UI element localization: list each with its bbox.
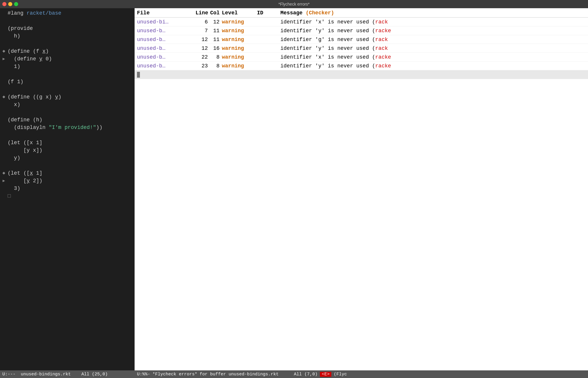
maximize-button[interactable]: [14, 2, 18, 6]
error-row-2[interactable]: unused-b… 7 11 warning identifier 'y' is…: [135, 26, 588, 35]
line-content-18: (let ([x 1]: [8, 139, 42, 147]
code-line-15: (define (h): [0, 116, 134, 124]
statusbar-container: U:--- unused-bindings.rkt All (25,0) U:%…: [0, 370, 588, 378]
status-e-badge: <E>: [320, 372, 331, 377]
code-line-23: ▶ [y 2]): [0, 177, 134, 185]
error-level-2: warning: [222, 28, 257, 34]
error-file-1: unused-bi…: [137, 19, 196, 25]
error-line-1: 6: [196, 19, 210, 25]
header-message-label: Message: [280, 10, 303, 16]
error-table-header: File Line Col Level ID Message (Checker): [135, 8, 588, 18]
code-line-25: □: [0, 192, 134, 200]
error-col-2: 11: [210, 28, 222, 34]
error-row-3[interactable]: unused-b… 12 11 warning identifier 'g' i…: [135, 35, 588, 44]
error-row-5[interactable]: unused-b… 22 8 warning identifier 'x' is…: [135, 53, 588, 62]
header-line: Line: [196, 10, 210, 16]
error-level-6: warning: [222, 63, 257, 69]
error-file-6: unused-b…: [137, 63, 196, 69]
code-line-22: ◆ (let ([x 1]: [0, 169, 134, 177]
error-row-4[interactable]: unused-b… 12 16 warning identifier 'y' i…: [135, 44, 588, 53]
error-row-6[interactable]: unused-b… 23 8 warning identifier 'y' is…: [135, 62, 588, 70]
code-line-13: x): [0, 101, 134, 108]
error-file-5: unused-b…: [137, 54, 196, 60]
error-level-5: warning: [222, 54, 257, 60]
code-line-12: ◆ (define ((g x) y): [0, 93, 134, 101]
editor-pane[interactable]: #lang racket/base (provide h) ◆ (define …: [0, 8, 135, 370]
status-left-filename: unused-bindings.rkt: [21, 372, 71, 377]
status-left-mode: U:---: [2, 372, 16, 377]
line-content-24: 3): [8, 185, 20, 192]
code-line-7: ▶ (define y 0): [0, 55, 134, 63]
error-message-3: identifier 'g' is never used (rack: [280, 37, 586, 42]
window-controls[interactable]: [2, 2, 18, 6]
status-left-position: All (25,0): [81, 372, 108, 377]
code-line-11: [0, 86, 134, 93]
error-message-6: identifier 'y' is never used (racke: [280, 63, 586, 69]
flycheck-error-pane[interactable]: File Line Col Level ID Message (Checker)…: [135, 8, 588, 370]
statusbar-right: U:%%- *Flycheck errors* for buffer unuse…: [135, 370, 588, 378]
line-content-19: [y x]): [8, 147, 42, 154]
line-content-4: h): [8, 32, 20, 40]
error-row-1[interactable]: unused-bi… 6 12 warning identifier 'x' i…: [135, 18, 588, 26]
code-line-17: [0, 131, 134, 139]
error-file-3: unused-b…: [137, 37, 196, 42]
gutter-12: ◆: [1, 93, 6, 101]
window-title: *Flycheck errors*: [278, 2, 310, 6]
status-right-buffername: *Flycheck errors*: [152, 372, 197, 377]
line-content-20: y): [8, 154, 20, 162]
line-content-15: (define (h): [8, 116, 42, 124]
line-content-10: (f 1): [8, 78, 23, 86]
error-col-6: 8: [210, 63, 222, 69]
code-line-24: 3): [0, 185, 134, 192]
code-line-2: [0, 17, 134, 25]
code-line-10: (f 1): [0, 78, 134, 86]
status-right-extra: (Flyc: [334, 372, 347, 377]
error-message-5: identifier 'x' is never used (racke: [280, 54, 586, 60]
minimize-button[interactable]: [8, 2, 12, 6]
error-col-3: 11: [210, 37, 222, 42]
error-message-2: identifier 'y' is never used (racke: [280, 28, 586, 34]
code-line-3: (provide: [0, 25, 134, 32]
code-line-16: (displayln "I'm provided!")): [0, 124, 134, 131]
line-content-3: (provide: [8, 25, 33, 32]
header-file: File: [137, 10, 196, 16]
line-content-16: (displayln "I'm provided!")): [8, 124, 102, 131]
error-file-2: unused-b…: [137, 28, 196, 34]
code-line-9: [0, 70, 134, 78]
header-message: Message (Checker): [280, 10, 586, 16]
code-line-20: y): [0, 154, 134, 162]
error-message-1: identifier 'x' is never used (rack: [280, 19, 586, 25]
code-line-5: [0, 40, 134, 47]
status-right-mode: U:%%-: [137, 372, 150, 377]
error-file-4: unused-b…: [137, 45, 196, 51]
code-line-1: #lang racket/base: [0, 9, 134, 17]
gutter-23: ▶: [1, 177, 6, 185]
line-content-8: 1): [8, 63, 20, 70]
gutter-6: ◆: [1, 47, 6, 55]
header-checker-label: (Checker): [306, 10, 334, 16]
titlebar: *Flycheck errors*: [0, 0, 588, 8]
error-line-6: 23: [196, 63, 210, 69]
close-button[interactable]: [2, 2, 6, 6]
error-level-4: warning: [222, 45, 257, 51]
error-line-3: 12: [196, 37, 210, 42]
error-level-3: warning: [222, 37, 257, 42]
error-line-4: 12: [196, 45, 210, 51]
code-line-4: h): [0, 32, 134, 40]
error-col-4: 16: [210, 45, 222, 51]
gutter-22: ◆: [1, 169, 6, 177]
error-message-4: identifier 'y' is never used (rack: [280, 45, 586, 51]
code-line-19: [y x]): [0, 147, 134, 154]
error-line-2: 7: [196, 28, 210, 34]
line-content-22: (let ([x 1]: [8, 169, 42, 177]
header-id: ID: [257, 10, 280, 16]
code-line-21: [0, 162, 134, 169]
status-right-position: All (7,0): [294, 372, 318, 377]
error-col-5: 8: [210, 54, 222, 60]
header-level: Level: [222, 10, 257, 16]
status-right-gap: [281, 372, 292, 377]
main-container: #lang racket/base (provide h) ◆ (define …: [0, 8, 588, 370]
cursor-line: [135, 70, 588, 79]
status-left-gap: [16, 372, 21, 377]
line-content-25: □: [8, 192, 11, 200]
